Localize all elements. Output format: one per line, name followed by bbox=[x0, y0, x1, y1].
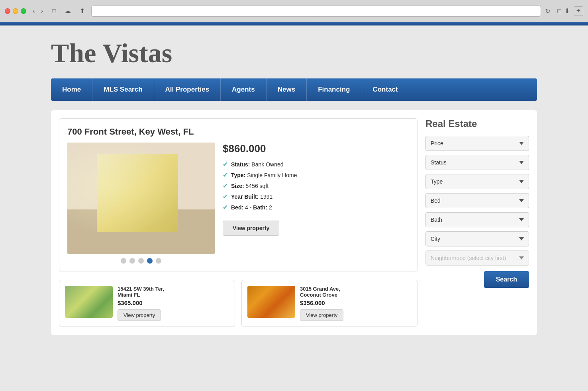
featured-body: $860.000 ✔ Status: Bank Owned ✔ Type: Si… bbox=[67, 143, 409, 264]
type-filter[interactable]: Type bbox=[425, 174, 529, 189]
property-card-2: 3015 Grand Ave,Coconut Grove $356.000 Vi… bbox=[241, 280, 417, 327]
card-thumb-1 bbox=[65, 286, 113, 318]
card-info-2: 3015 Grand Ave,Coconut Grove $356.000 Vi… bbox=[300, 286, 412, 321]
sidebar-title: Real Estate bbox=[425, 118, 529, 129]
detail-status-text: Status: Bank Owned bbox=[231, 161, 284, 168]
card-address-2: 3015 Grand Ave,Coconut Grove bbox=[300, 286, 412, 298]
carousel-dot-4[interactable] bbox=[147, 258, 153, 264]
sidebar-toggle-button[interactable]: □ bbox=[50, 7, 59, 16]
address-bar[interactable] bbox=[91, 6, 541, 17]
carousel-dot-2[interactable] bbox=[129, 258, 135, 264]
maximize-button[interactable] bbox=[21, 8, 26, 14]
city-filter[interactable]: City bbox=[425, 231, 529, 246]
card-view-button-1[interactable]: View property bbox=[118, 309, 161, 321]
property-cards-row: 15421 SW 39th Ter,Miami FL $365.000 View… bbox=[59, 280, 417, 327]
nav-item-mls-search[interactable]: MLS Search bbox=[92, 78, 154, 101]
main-nav: Home MLS Search All Properties Agents Ne… bbox=[51, 78, 537, 101]
download-button[interactable]: ⬇ bbox=[564, 7, 570, 15]
detail-year-text: Year Built: 1991 bbox=[231, 194, 272, 200]
featured-address: 700 Front Street, Key West, FL bbox=[67, 127, 409, 137]
card-info-1: 15421 SW 39th Ter,Miami FL $365.000 View… bbox=[118, 286, 229, 321]
carousel-dot-3[interactable] bbox=[138, 258, 144, 264]
detail-bed-bath-text: Bed: 4 - Bath: 2 bbox=[231, 204, 272, 211]
main-layout: 700 Front Street, Key West, FL bbox=[51, 110, 537, 335]
accent-bar bbox=[0, 22, 588, 25]
card-thumb-2 bbox=[247, 286, 295, 318]
carousel-dots bbox=[67, 258, 215, 264]
browser-chrome: ‹ › □ ☁ ⬆ ↻ □ ⬇ + bbox=[0, 0, 588, 22]
check-icon-year: ✔ bbox=[223, 193, 228, 200]
new-tab-button[interactable]: + bbox=[574, 6, 583, 16]
detail-size-text: Size: 5456 sqft bbox=[231, 183, 269, 189]
nav-item-news[interactable]: News bbox=[267, 78, 307, 101]
carousel-dot-1[interactable] bbox=[121, 258, 126, 264]
share-button[interactable]: ⬆ bbox=[77, 6, 87, 16]
check-icon-bed: ✔ bbox=[223, 203, 228, 211]
carousel-dot-5[interactable] bbox=[156, 258, 161, 264]
card-address-1: 15421 SW 39th Ter,Miami FL bbox=[118, 286, 229, 298]
detail-type: ✔ Type: Single Family Home bbox=[223, 171, 409, 179]
card-view-button-2[interactable]: View property bbox=[300, 309, 343, 321]
nav-item-agents[interactable]: Agents bbox=[221, 78, 267, 101]
featured-price: $860.000 bbox=[223, 143, 409, 155]
check-icon-size: ✔ bbox=[223, 182, 228, 190]
browser-actions: □ ⬇ bbox=[557, 7, 570, 15]
room-image bbox=[67, 143, 215, 254]
detail-size: ✔ Size: 5456 sqft bbox=[223, 182, 409, 190]
detail-status: ✔ Status: Bank Owned bbox=[223, 160, 409, 168]
site-title: The Vistas bbox=[51, 37, 537, 69]
close-button[interactable] bbox=[5, 8, 10, 14]
search-button[interactable]: Search bbox=[484, 271, 529, 288]
featured-view-button[interactable]: View property bbox=[223, 221, 279, 236]
page-content: The Vistas Home MLS Search All Propertie… bbox=[35, 25, 553, 351]
featured-details: $860.000 ✔ Status: Bank Owned ✔ Type: Si… bbox=[223, 143, 409, 264]
bath-filter[interactable]: Bath bbox=[425, 212, 529, 227]
check-icon-type: ✔ bbox=[223, 171, 228, 179]
back-button[interactable]: ‹ bbox=[30, 7, 37, 16]
sidebar: Real Estate Price Status Type Bed Bath C… bbox=[425, 118, 529, 327]
traffic-lights bbox=[5, 8, 26, 14]
copy-button[interactable]: □ bbox=[557, 7, 561, 15]
browser-nav-buttons: ‹ › bbox=[30, 7, 46, 16]
neighborhood-filter[interactable]: Neighborhood (select city first) bbox=[425, 250, 529, 266]
nav-item-home[interactable]: Home bbox=[51, 78, 92, 101]
cloud-button[interactable]: ☁ bbox=[62, 6, 73, 16]
bed-filter[interactable]: Bed bbox=[425, 193, 529, 208]
nav-item-all-properties[interactable]: All Properties bbox=[154, 78, 221, 101]
status-filter[interactable]: Status bbox=[425, 155, 529, 170]
detail-type-text: Type: Single Family Home bbox=[231, 172, 297, 178]
card-price-2: $356.000 bbox=[300, 299, 412, 306]
featured-property: 700 Front Street, Key West, FL bbox=[59, 118, 417, 272]
property-card-1: 15421 SW 39th Ter,Miami FL $365.000 View… bbox=[59, 280, 235, 327]
featured-image-wrapper bbox=[67, 143, 215, 264]
nav-item-financing[interactable]: Financing bbox=[307, 78, 361, 101]
reload-button[interactable]: ↻ bbox=[545, 7, 550, 15]
detail-bed-bath: ✔ Bed: 4 - Bath: 2 bbox=[223, 203, 409, 211]
price-filter[interactable]: Price bbox=[425, 136, 529, 151]
featured-image bbox=[67, 143, 215, 254]
property-area: 700 Front Street, Key West, FL bbox=[59, 118, 417, 327]
forward-button[interactable]: › bbox=[39, 7, 45, 16]
nav-item-contact[interactable]: Contact bbox=[361, 78, 409, 101]
minimize-button[interactable] bbox=[13, 8, 18, 14]
detail-year: ✔ Year Built: 1991 bbox=[223, 193, 409, 200]
card-price-1: $365.000 bbox=[118, 299, 229, 306]
check-icon-status: ✔ bbox=[223, 160, 228, 168]
